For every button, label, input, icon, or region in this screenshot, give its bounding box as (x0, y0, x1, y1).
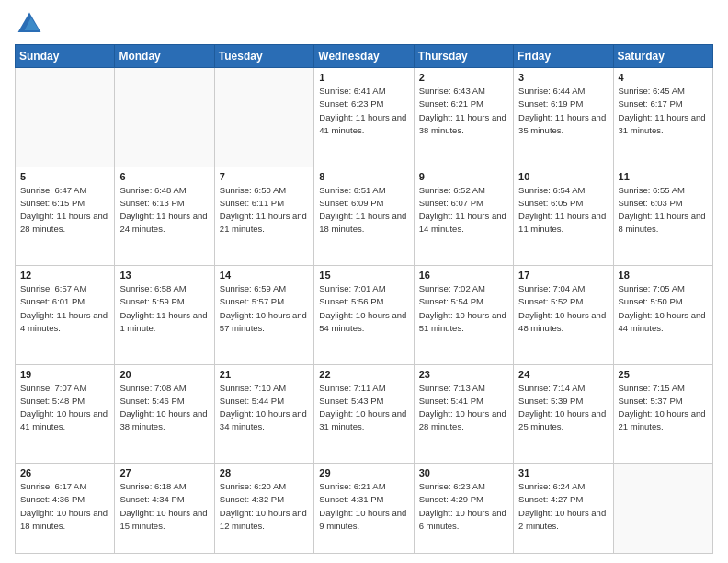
calendar-cell: 18Sunrise: 7:05 AMSunset: 5:50 PMDayligh… (613, 266, 712, 365)
calendar-cell: 12Sunrise: 6:57 AMSunset: 6:01 PMDayligh… (16, 266, 115, 365)
day-number: 17 (518, 270, 608, 281)
day-number: 30 (419, 467, 508, 478)
calendar-cell: 1Sunrise: 6:41 AMSunset: 6:23 PMDaylight… (314, 68, 414, 167)
day-number: 16 (419, 270, 508, 281)
day-info: Sunrise: 6:23 AMSunset: 4:29 PMDaylight:… (419, 480, 508, 533)
calendar-week-row: 1Sunrise: 6:41 AMSunset: 6:23 PMDaylight… (16, 68, 713, 167)
day-info: Sunrise: 7:07 AMSunset: 5:48 PMDaylight:… (20, 382, 109, 434)
calendar-cell: 23Sunrise: 7:13 AMSunset: 5:41 PMDayligh… (414, 364, 513, 464)
day-info: Sunrise: 7:01 AMSunset: 5:56 PMDaylight:… (319, 282, 408, 335)
day-number: 31 (518, 467, 608, 478)
calendar-cell: 6Sunrise: 6:48 AMSunset: 6:13 PMDaylight… (115, 167, 214, 266)
calendar-header-row: SundayMondayTuesdayWednesdayThursdayFrid… (16, 45, 713, 68)
header (15, 9, 713, 39)
day-number: 27 (119, 467, 209, 478)
calendar-cell: 3Sunrise: 6:44 AMSunset: 6:19 PMDaylight… (514, 68, 613, 167)
day-number: 23 (419, 369, 508, 380)
calendar-cell (16, 68, 115, 167)
day-number: 3 (518, 72, 608, 83)
day-number: 14 (220, 270, 309, 281)
day-number: 22 (319, 369, 408, 380)
calendar-cell (214, 68, 313, 167)
day-info: Sunrise: 6:54 AMSunset: 6:05 PMDaylight:… (518, 184, 608, 236)
day-info: Sunrise: 6:47 AMSunset: 6:15 PMDaylight:… (20, 184, 109, 236)
calendar-cell: 9Sunrise: 6:52 AMSunset: 6:07 PMDaylight… (414, 167, 513, 266)
calendar-cell: 2Sunrise: 6:43 AMSunset: 6:21 PMDaylight… (414, 68, 513, 167)
calendar-cell: 10Sunrise: 6:54 AMSunset: 6:05 PMDayligh… (514, 167, 613, 266)
day-info: Sunrise: 6:18 AMSunset: 4:34 PMDaylight:… (119, 480, 209, 533)
day-info: Sunrise: 6:55 AMSunset: 6:03 PMDaylight:… (619, 184, 708, 236)
calendar-day-header: Tuesday (214, 45, 313, 68)
calendar-cell: 17Sunrise: 7:04 AMSunset: 5:52 PMDayligh… (514, 266, 613, 365)
calendar-cell: 25Sunrise: 7:15 AMSunset: 5:37 PMDayligh… (613, 364, 712, 464)
page: SundayMondayTuesdayWednesdayThursdayFrid… (0, 0, 728, 563)
calendar-week-row: 5Sunrise: 6:47 AMSunset: 6:15 PMDaylight… (16, 167, 713, 266)
calendar-cell: 29Sunrise: 6:21 AMSunset: 4:31 PMDayligh… (314, 464, 414, 554)
day-info: Sunrise: 7:05 AMSunset: 5:50 PMDaylight:… (619, 282, 708, 335)
calendar-cell: 22Sunrise: 7:11 AMSunset: 5:43 PMDayligh… (314, 364, 414, 464)
day-number: 9 (419, 171, 508, 182)
day-number: 1 (319, 72, 408, 83)
day-info: Sunrise: 7:04 AMSunset: 5:52 PMDaylight:… (518, 282, 608, 335)
calendar-day-header: Monday (115, 45, 214, 68)
calendar-cell: 30Sunrise: 6:23 AMSunset: 4:29 PMDayligh… (414, 464, 513, 554)
day-number: 13 (119, 270, 209, 281)
day-info: Sunrise: 6:43 AMSunset: 6:21 PMDaylight:… (419, 85, 508, 137)
day-number: 28 (220, 467, 309, 478)
calendar-week-row: 12Sunrise: 6:57 AMSunset: 6:01 PMDayligh… (16, 266, 713, 365)
calendar-cell: 15Sunrise: 7:01 AMSunset: 5:56 PMDayligh… (314, 266, 414, 365)
day-info: Sunrise: 6:52 AMSunset: 6:07 PMDaylight:… (419, 184, 508, 236)
calendar-cell: 27Sunrise: 6:18 AMSunset: 4:34 PMDayligh… (115, 464, 214, 554)
calendar-week-row: 19Sunrise: 7:07 AMSunset: 5:48 PMDayligh… (16, 364, 713, 464)
day-info: Sunrise: 7:10 AMSunset: 5:44 PMDaylight:… (220, 382, 309, 434)
day-number: 2 (419, 72, 508, 83)
day-number: 18 (619, 270, 708, 281)
day-number: 21 (220, 369, 309, 380)
calendar-cell: 28Sunrise: 6:20 AMSunset: 4:32 PMDayligh… (214, 464, 313, 554)
day-number: 20 (119, 369, 209, 380)
calendar-cell (613, 464, 712, 554)
day-number: 4 (619, 72, 708, 83)
day-info: Sunrise: 7:08 AMSunset: 5:46 PMDaylight:… (119, 382, 209, 434)
day-info: Sunrise: 6:45 AMSunset: 6:17 PMDaylight:… (619, 85, 708, 137)
calendar-cell: 20Sunrise: 7:08 AMSunset: 5:46 PMDayligh… (115, 364, 214, 464)
day-number: 7 (220, 171, 309, 182)
day-info: Sunrise: 7:11 AMSunset: 5:43 PMDaylight:… (319, 382, 408, 434)
calendar-cell: 31Sunrise: 6:24 AMSunset: 4:27 PMDayligh… (514, 464, 613, 554)
calendar-day-header: Saturday (613, 45, 712, 68)
calendar-cell: 21Sunrise: 7:10 AMSunset: 5:44 PMDayligh… (214, 364, 313, 464)
day-number: 12 (20, 270, 109, 281)
day-number: 15 (319, 270, 408, 281)
calendar-cell: 24Sunrise: 7:14 AMSunset: 5:39 PMDayligh… (514, 364, 613, 464)
day-info: Sunrise: 6:24 AMSunset: 4:27 PMDaylight:… (518, 480, 608, 533)
day-number: 11 (619, 171, 708, 182)
day-number: 29 (319, 467, 408, 478)
calendar-day-header: Friday (514, 45, 613, 68)
calendar-cell: 11Sunrise: 6:55 AMSunset: 6:03 PMDayligh… (613, 167, 712, 266)
calendar-cell: 16Sunrise: 7:02 AMSunset: 5:54 PMDayligh… (414, 266, 513, 365)
day-number: 10 (518, 171, 608, 182)
calendar-cell (115, 68, 214, 167)
day-info: Sunrise: 6:58 AMSunset: 5:59 PMDaylight:… (119, 282, 209, 335)
day-info: Sunrise: 7:15 AMSunset: 5:37 PMDaylight:… (619, 382, 708, 434)
day-number: 25 (619, 369, 708, 380)
day-number: 8 (319, 171, 408, 182)
logo-icon (15, 9, 44, 39)
calendar-table: SundayMondayTuesdayWednesdayThursdayFrid… (15, 44, 713, 554)
calendar-cell: 5Sunrise: 6:47 AMSunset: 6:15 PMDaylight… (16, 167, 115, 266)
day-info: Sunrise: 6:17 AMSunset: 4:36 PMDaylight:… (20, 480, 109, 533)
day-info: Sunrise: 6:21 AMSunset: 4:31 PMDaylight:… (319, 480, 408, 533)
calendar-cell: 4Sunrise: 6:45 AMSunset: 6:17 PMDaylight… (613, 68, 712, 167)
day-number: 19 (20, 369, 109, 380)
day-info: Sunrise: 6:57 AMSunset: 6:01 PMDaylight:… (20, 282, 109, 335)
day-info: Sunrise: 6:51 AMSunset: 6:09 PMDaylight:… (319, 184, 408, 236)
calendar-day-header: Wednesday (314, 45, 414, 68)
calendar-cell: 19Sunrise: 7:07 AMSunset: 5:48 PMDayligh… (16, 364, 115, 464)
day-info: Sunrise: 7:13 AMSunset: 5:41 PMDaylight:… (419, 382, 508, 434)
calendar-cell: 13Sunrise: 6:58 AMSunset: 5:59 PMDayligh… (115, 266, 214, 365)
day-info: Sunrise: 6:20 AMSunset: 4:32 PMDaylight:… (220, 480, 309, 533)
logo (15, 9, 48, 39)
calendar-cell: 8Sunrise: 6:51 AMSunset: 6:09 PMDaylight… (314, 167, 414, 266)
day-info: Sunrise: 6:59 AMSunset: 5:57 PMDaylight:… (220, 282, 309, 335)
day-number: 26 (20, 467, 109, 478)
